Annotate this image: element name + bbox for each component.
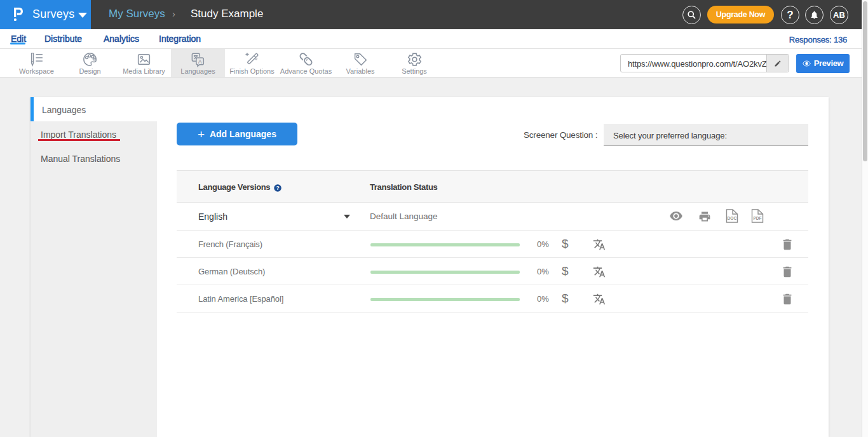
svg-text:PDF: PDF — [753, 216, 761, 220]
svg-text:?: ? — [276, 185, 279, 191]
svg-text:DOC: DOC — [728, 216, 737, 220]
svg-text:A: A — [198, 58, 202, 65]
